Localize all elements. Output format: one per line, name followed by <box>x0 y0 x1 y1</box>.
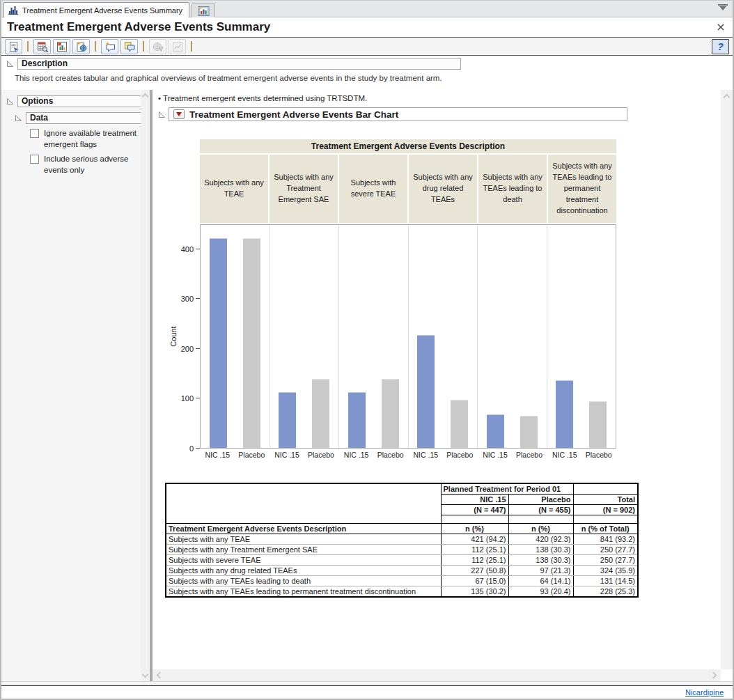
table-group-header-row: Planned Treatment for Period 01 <box>166 483 638 495</box>
x-tick-label: NIC .15 <box>202 451 233 459</box>
report-button[interactable] <box>5 39 22 54</box>
column-switcher-icon <box>172 41 183 52</box>
data-filter-button <box>149 39 166 54</box>
table-row: Subjects with any TEAEs leading to death… <box>166 576 638 586</box>
checkbox-icon[interactable] <box>30 155 39 164</box>
copy-note-icon <box>124 41 135 52</box>
bar-placebo-group-1[interactable] <box>243 238 260 448</box>
stat-header: n (% of Total) <box>573 524 638 534</box>
new-window-button[interactable] <box>72 39 90 54</box>
x-tick-label: Placebo <box>584 451 614 459</box>
chart-header: Treatment Emergent Adverse Events Descri… <box>200 139 616 223</box>
close-icon[interactable] <box>716 22 726 32</box>
row-label: Subjects with severe TEAE <box>166 555 441 566</box>
bar-nic-15-group-6[interactable] <box>556 380 573 448</box>
column-header: Total <box>573 495 638 505</box>
row-label: Subjects with any TEAE <box>166 534 441 545</box>
table-stat-header-row: Treatment Emergent Adverse Events Descri… <box>166 524 638 534</box>
description-header[interactable]: Description <box>17 58 461 70</box>
row-value: 324 (35.9) <box>573 566 638 576</box>
x-tick-label: Placebo <box>514 451 545 459</box>
scroll-up-icon[interactable] <box>724 94 731 101</box>
bar-placebo-group-4[interactable] <box>451 400 468 448</box>
table-desc-blank-cell <box>166 483 441 524</box>
x-axis-group: NIC .15Placebo <box>408 451 478 459</box>
bar-placebo-group-5[interactable] <box>520 416 538 448</box>
chart-group <box>408 225 478 448</box>
report-icon <box>8 41 19 52</box>
table-row: Subjects with severe TEAE112 (25.1)138 (… <box>166 555 638 566</box>
row-value: 250 (27.7) <box>573 545 638 555</box>
tab-chart[interactable] <box>192 3 215 17</box>
left-panel-scrollbar[interactable] <box>141 90 150 681</box>
bar-placebo-group-3[interactable] <box>382 379 399 448</box>
help-button[interactable]: ? <box>712 39 729 54</box>
tab-bar: Treatment Emergent Adverse Events Summar… <box>1 1 733 17</box>
x-tick-label: NIC .15 <box>272 451 302 459</box>
options-header[interactable]: Options <box>17 95 141 107</box>
column-header: Placebo <box>508 495 573 505</box>
tab-label: Treatment Emergent Adverse Events Summar… <box>22 6 182 15</box>
table-body: Subjects with any TEAE421 (94.2)420 (92.… <box>166 534 638 598</box>
copy-note-button[interactable] <box>120 39 138 54</box>
bar-chart: Treatment Emergent Adverse Events Descri… <box>200 139 616 459</box>
bar-placebo-group-6[interactable] <box>589 401 607 448</box>
chart-title: Treatment Emergent Adverse Events Descri… <box>200 139 616 153</box>
n-value: (N = 902) <box>573 505 638 515</box>
journal-button[interactable] <box>53 39 70 54</box>
x-tick-label: NIC .15 <box>341 451 372 459</box>
x-tick-label: NIC .15 <box>549 451 580 459</box>
options-panel: Options Data Ignore available treatment … <box>1 90 150 681</box>
checkbox-label: Include serious adverse events only <box>44 154 146 176</box>
table-group-header: Planned Treatment for Period 01 <box>441 483 573 495</box>
section-menu-button[interactable] <box>173 109 185 119</box>
app-window: Treatment Emergent Adverse Events Summar… <box>0 0 734 700</box>
title-bar: Treatment Emergent Adverse Events Summar… <box>1 17 733 37</box>
section-title: Treatment Emergent Adverse Events Bar Ch… <box>189 109 398 120</box>
new-note-button[interactable] <box>101 39 118 54</box>
x-axis-group: NIC .15Placebo <box>478 451 547 459</box>
row-value: 841 (93.2) <box>573 534 638 545</box>
bar-nic-15-group-3[interactable] <box>348 392 366 448</box>
disclosure-triangle-icon[interactable] <box>158 111 166 118</box>
x-axis-group: NIC .15Placebo <box>547 451 616 459</box>
data-options-header[interactable]: Data <box>26 112 141 124</box>
bar-nic-15-group-1[interactable] <box>210 238 227 448</box>
chart-column-header: Subjects with any Treatment Emergent SAE <box>270 155 338 223</box>
table-row: Subjects with any drug related TEAEs227 … <box>166 566 638 576</box>
scroll-up-icon[interactable] <box>142 93 149 100</box>
horizontal-scrollbar[interactable] <box>153 669 721 681</box>
study-link[interactable]: Nicardipine <box>685 688 724 697</box>
disclosure-triangle-icon[interactable] <box>6 60 14 68</box>
row-label: Subjects with any TEAEs leading to perma… <box>166 586 441 598</box>
disclosure-triangle-icon[interactable] <box>15 114 22 122</box>
data-table-button[interactable] <box>33 39 51 54</box>
bar-nic-15-group-5[interactable] <box>487 414 504 448</box>
checkbox-icon[interactable] <box>30 129 39 138</box>
row-label: Subjects with any TEAEs leading to death <box>166 576 441 586</box>
report-panel: • Treatment emergent events determined u… <box>153 90 733 681</box>
checkbox-ignore-te-flags[interactable]: Ignore available treatment emergent flag… <box>30 128 150 150</box>
x-tick-label: Placebo <box>375 451 406 459</box>
x-axis-group: NIC .15Placebo <box>338 451 408 459</box>
bar-nic-15-group-4[interactable] <box>417 335 435 448</box>
bar-nic-15-group-2[interactable] <box>279 392 296 448</box>
bar-placebo-group-2[interactable] <box>312 379 329 448</box>
y-tick-label: 400 <box>173 245 194 254</box>
scroll-left-icon[interactable] <box>157 672 164 679</box>
toolbar-separator <box>95 41 96 52</box>
x-tick-label: Placebo <box>236 451 267 459</box>
checkbox-serious-only[interactable]: Include serious adverse events only <box>30 154 150 176</box>
vertical-scrollbar[interactable] <box>721 90 733 669</box>
column-header: NIC .15 <box>441 495 508 505</box>
row-value: 131 (14.5) <box>573 576 638 586</box>
tab-teae-summary[interactable]: Treatment Emergent Adverse Events Summar… <box>3 2 189 17</box>
disclosure-triangle-icon[interactable] <box>6 98 14 105</box>
scroll-right-icon[interactable] <box>710 672 717 679</box>
chart-group <box>338 225 408 448</box>
row-value: 228 (25.3) <box>573 586 638 598</box>
chart-group <box>547 225 616 448</box>
table-desc-header: Treatment Emergent Adverse Events Descri… <box>166 524 441 534</box>
scroll-down-icon[interactable] <box>142 671 149 678</box>
data-filter-icon <box>153 41 164 52</box>
